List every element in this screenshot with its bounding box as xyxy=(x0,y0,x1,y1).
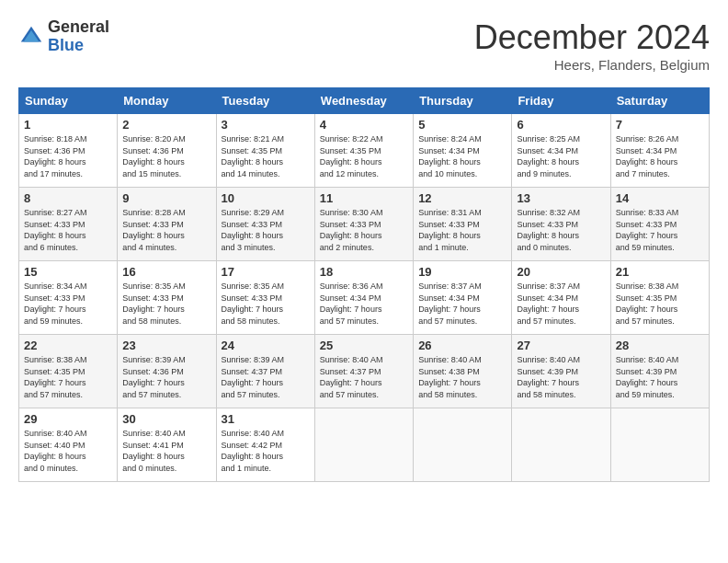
day-number: 20 xyxy=(517,265,605,279)
calendar-cell: 31Sunrise: 8:40 AM Sunset: 4:42 PM Dayli… xyxy=(216,408,314,482)
page-header: General Blue December 2024 Heers, Flande… xyxy=(18,18,710,73)
calendar-cell: 28Sunrise: 8:40 AM Sunset: 4:39 PM Dayli… xyxy=(610,335,709,408)
day-info: Sunrise: 8:40 AM Sunset: 4:38 PM Dayligh… xyxy=(418,354,506,400)
calendar-cell xyxy=(314,408,413,482)
day-info: Sunrise: 8:39 AM Sunset: 4:36 PM Dayligh… xyxy=(122,354,210,400)
calendar-cell: 9Sunrise: 8:28 AM Sunset: 4:33 PM Daylig… xyxy=(118,188,216,261)
calendar-cell xyxy=(512,408,610,482)
day-number: 29 xyxy=(24,412,112,426)
calendar-cell: 3Sunrise: 8:21 AM Sunset: 4:35 PM Daylig… xyxy=(216,114,314,188)
day-header-wednesday: Wednesday xyxy=(314,88,413,114)
day-info: Sunrise: 8:40 AM Sunset: 4:39 PM Dayligh… xyxy=(517,354,605,400)
calendar-cell: 27Sunrise: 8:40 AM Sunset: 4:39 PM Dayli… xyxy=(512,335,610,408)
day-info: Sunrise: 8:35 AM Sunset: 4:33 PM Dayligh… xyxy=(222,281,310,327)
day-number: 10 xyxy=(222,191,310,205)
calendar-cell: 8Sunrise: 8:27 AM Sunset: 4:33 PM Daylig… xyxy=(19,188,118,261)
day-number: 4 xyxy=(320,118,408,132)
calendar-cell: 21Sunrise: 8:38 AM Sunset: 4:35 PM Dayli… xyxy=(610,261,709,335)
day-number: 19 xyxy=(418,265,506,279)
day-number: 17 xyxy=(222,265,310,279)
calendar-cell: 4Sunrise: 8:22 AM Sunset: 4:35 PM Daylig… xyxy=(314,114,413,188)
logo-icon xyxy=(18,24,44,50)
day-number: 26 xyxy=(418,339,506,352)
day-info: Sunrise: 8:35 AM Sunset: 4:33 PM Dayligh… xyxy=(122,281,210,327)
day-number: 31 xyxy=(222,412,310,426)
calendar-cell: 6Sunrise: 8:25 AM Sunset: 4:34 PM Daylig… xyxy=(512,114,610,188)
day-header-thursday: Thursday xyxy=(414,88,512,114)
day-info: Sunrise: 8:40 AM Sunset: 4:39 PM Dayligh… xyxy=(616,354,704,400)
day-number: 11 xyxy=(320,191,408,205)
calendar-cell: 1Sunrise: 8:18 AM Sunset: 4:36 PM Daylig… xyxy=(19,114,118,188)
day-info: Sunrise: 8:33 AM Sunset: 4:33 PM Dayligh… xyxy=(616,207,704,253)
calendar-header-row: SundayMondayTuesdayWednesdayThursdayFrid… xyxy=(19,88,710,114)
day-header-friday: Friday xyxy=(512,88,610,114)
day-info: Sunrise: 8:37 AM Sunset: 4:34 PM Dayligh… xyxy=(418,281,506,327)
calendar-cell: 5Sunrise: 8:24 AM Sunset: 4:34 PM Daylig… xyxy=(414,114,512,188)
day-number: 5 xyxy=(418,118,506,132)
day-header-sunday: Sunday xyxy=(19,88,118,114)
day-info: Sunrise: 8:39 AM Sunset: 4:37 PM Dayligh… xyxy=(222,354,310,400)
calendar-cell: 25Sunrise: 8:40 AM Sunset: 4:37 PM Dayli… xyxy=(314,335,413,408)
calendar-cell: 26Sunrise: 8:40 AM Sunset: 4:38 PM Dayli… xyxy=(414,335,512,408)
day-info: Sunrise: 8:29 AM Sunset: 4:33 PM Dayligh… xyxy=(222,207,310,253)
calendar-cell: 24Sunrise: 8:39 AM Sunset: 4:37 PM Dayli… xyxy=(216,335,314,408)
day-info: Sunrise: 8:26 AM Sunset: 4:34 PM Dayligh… xyxy=(616,133,704,179)
month-title: December 2024 xyxy=(474,18,710,57)
calendar-cell: 2Sunrise: 8:20 AM Sunset: 4:36 PM Daylig… xyxy=(118,114,216,188)
day-number: 13 xyxy=(517,191,605,205)
calendar-cell: 12Sunrise: 8:31 AM Sunset: 4:33 PM Dayli… xyxy=(414,188,512,261)
calendar-cell: 10Sunrise: 8:29 AM Sunset: 4:33 PM Dayli… xyxy=(216,188,314,261)
day-info: Sunrise: 8:37 AM Sunset: 4:34 PM Dayligh… xyxy=(517,281,605,327)
day-info: Sunrise: 8:40 AM Sunset: 4:42 PM Dayligh… xyxy=(222,428,310,474)
day-number: 2 xyxy=(122,118,210,132)
day-info: Sunrise: 8:32 AM Sunset: 4:33 PM Dayligh… xyxy=(517,207,605,253)
day-number: 24 xyxy=(222,339,310,352)
calendar-cell: 18Sunrise: 8:36 AM Sunset: 4:34 PM Dayli… xyxy=(314,261,413,335)
day-number: 9 xyxy=(122,191,210,205)
day-info: Sunrise: 8:31 AM Sunset: 4:33 PM Dayligh… xyxy=(418,207,506,253)
day-number: 1 xyxy=(24,118,112,132)
day-info: Sunrise: 8:40 AM Sunset: 4:37 PM Dayligh… xyxy=(320,354,408,400)
day-number: 8 xyxy=(24,191,112,205)
day-header-monday: Monday xyxy=(118,88,216,114)
calendar-cell: 29Sunrise: 8:40 AM Sunset: 4:40 PM Dayli… xyxy=(19,408,118,482)
day-info: Sunrise: 8:27 AM Sunset: 4:33 PM Dayligh… xyxy=(24,207,112,253)
calendar-cell: 16Sunrise: 8:35 AM Sunset: 4:33 PM Dayli… xyxy=(118,261,216,335)
calendar-week-row: 8Sunrise: 8:27 AM Sunset: 4:33 PM Daylig… xyxy=(19,188,710,261)
day-info: Sunrise: 8:40 AM Sunset: 4:40 PM Dayligh… xyxy=(24,428,112,474)
day-number: 28 xyxy=(616,339,704,352)
calendar-cell xyxy=(610,408,709,482)
day-number: 30 xyxy=(122,412,210,426)
day-number: 27 xyxy=(517,339,605,352)
day-info: Sunrise: 8:40 AM Sunset: 4:41 PM Dayligh… xyxy=(122,428,210,474)
calendar-cell: 30Sunrise: 8:40 AM Sunset: 4:41 PM Dayli… xyxy=(118,408,216,482)
day-info: Sunrise: 8:25 AM Sunset: 4:34 PM Dayligh… xyxy=(517,133,605,179)
logo-general-text: General xyxy=(48,17,109,36)
calendar-cell: 15Sunrise: 8:34 AM Sunset: 4:33 PM Dayli… xyxy=(19,261,118,335)
calendar-cell: 13Sunrise: 8:32 AM Sunset: 4:33 PM Dayli… xyxy=(512,188,610,261)
day-info: Sunrise: 8:22 AM Sunset: 4:35 PM Dayligh… xyxy=(320,133,408,179)
day-number: 12 xyxy=(418,191,506,205)
calendar-cell: 19Sunrise: 8:37 AM Sunset: 4:34 PM Dayli… xyxy=(414,261,512,335)
day-number: 18 xyxy=(320,265,408,279)
calendar-cell: 22Sunrise: 8:38 AM Sunset: 4:35 PM Dayli… xyxy=(19,335,118,408)
calendar-week-row: 15Sunrise: 8:34 AM Sunset: 4:33 PM Dayli… xyxy=(19,261,710,335)
day-info: Sunrise: 8:34 AM Sunset: 4:33 PM Dayligh… xyxy=(24,281,112,327)
logo-blue-text: Blue xyxy=(48,36,84,54)
day-number: 23 xyxy=(122,339,210,352)
day-info: Sunrise: 8:38 AM Sunset: 4:35 PM Dayligh… xyxy=(24,354,112,400)
day-info: Sunrise: 8:38 AM Sunset: 4:35 PM Dayligh… xyxy=(616,281,704,327)
calendar-cell: 14Sunrise: 8:33 AM Sunset: 4:33 PM Dayli… xyxy=(610,188,709,261)
calendar-cell: 11Sunrise: 8:30 AM Sunset: 4:33 PM Dayli… xyxy=(314,188,413,261)
day-info: Sunrise: 8:28 AM Sunset: 4:33 PM Dayligh… xyxy=(122,207,210,253)
day-info: Sunrise: 8:30 AM Sunset: 4:33 PM Dayligh… xyxy=(320,207,408,253)
day-number: 3 xyxy=(222,118,310,132)
logo: General Blue xyxy=(18,18,109,55)
day-number: 15 xyxy=(24,265,112,279)
day-number: 6 xyxy=(517,118,605,132)
calendar-week-row: 29Sunrise: 8:40 AM Sunset: 4:40 PM Dayli… xyxy=(19,408,710,482)
day-number: 22 xyxy=(24,339,112,352)
calendar-cell xyxy=(414,408,512,482)
day-info: Sunrise: 8:18 AM Sunset: 4:36 PM Dayligh… xyxy=(24,133,112,179)
day-header-tuesday: Tuesday xyxy=(216,88,314,114)
